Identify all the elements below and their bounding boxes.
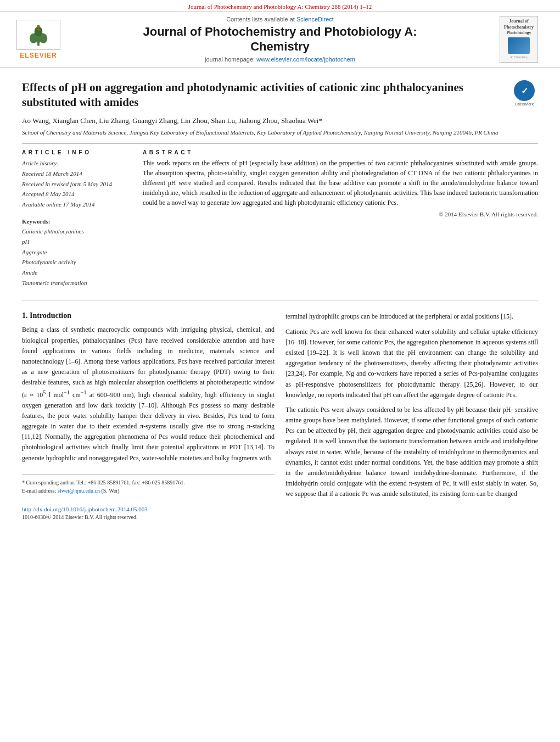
body-section: 1. Introduction Being a class of synthet… xyxy=(22,311,538,520)
divider-2 xyxy=(22,300,538,300)
intro-title: 1. Introduction xyxy=(22,311,275,320)
article-info-label: A R T I C L E I N F O xyxy=(22,149,132,155)
affiliation: School of Chemistry and Materials Scienc… xyxy=(22,129,538,137)
email-link[interactable]: slwei@njnu.edu.cn xyxy=(58,488,100,494)
keyword-2: pH xyxy=(22,237,132,247)
contents-available: Contents lists available at ScienceDirec… xyxy=(77,16,483,23)
journal-title-area: Contents lists available at ScienceDirec… xyxy=(66,16,494,63)
article-info-abstract: A R T I C L E I N F O Article history: R… xyxy=(22,149,538,294)
crossmark-area[interactable]: ✓ CrossMark xyxy=(511,80,538,106)
intro-paragraph-right-1: terminal hydrophilic groups can be intro… xyxy=(285,311,538,322)
bottom-copyright: 1010-6030/© 2014 Elsevier B.V. All right… xyxy=(22,514,275,520)
revised-date: Received in revised form 5 May 2014 xyxy=(22,179,132,189)
journal-title: Journal of Photochemistry and Photobiolo… xyxy=(77,25,483,54)
body-left-column: 1. Introduction Being a class of synthet… xyxy=(22,311,275,520)
divider-1 xyxy=(22,143,538,144)
abstract-section: A B S T R A C T This work reports on the… xyxy=(143,149,538,294)
main-content: Effects of pH on aggregation and photody… xyxy=(0,68,560,528)
keyword-3: Aggregate xyxy=(22,247,132,258)
intro-paragraph-right-2: Cationic Pcs are well known for their en… xyxy=(285,327,538,400)
history-label: Article history: xyxy=(22,158,132,169)
homepage-link[interactable]: www.elsevier.com/locate/jphotochem xyxy=(256,56,355,63)
accepted-date: Accepted 8 May 2014 xyxy=(22,189,132,199)
svg-point-5 xyxy=(37,25,40,27)
available-date: Available online 17 May 2014 xyxy=(22,199,132,210)
keyword-4: Photodynamic activity xyxy=(22,257,132,267)
received-date: Received 18 March 2014 xyxy=(22,169,132,179)
keywords-section: Keywords: Cationic phthalocyanines pH Ag… xyxy=(22,216,132,288)
body-right-column: terminal hydrophilic groups can be intro… xyxy=(285,311,538,520)
article-history: Article history: Received 18 March 2014 … xyxy=(22,158,132,209)
journal-thumbnail: Journal ofPhotochemistryPhotobiology A: … xyxy=(500,16,538,63)
intro-paragraph-right-3: The cationic Pcs were always considered … xyxy=(285,405,538,500)
elsevier-logo-area: ELSEVIER xyxy=(11,20,66,59)
journal-thumbnail-area: Journal ofPhotochemistryPhotobiology A: … xyxy=(494,16,544,63)
elsevier-tree-image xyxy=(16,20,60,50)
keyword-1: Cationic phthalocyanines xyxy=(22,226,132,237)
abstract-copyright: © 2014 Elsevier B.V. All rights reserved… xyxy=(143,211,538,217)
sciencedirect-link[interactable]: ScienceDirect xyxy=(296,16,334,23)
article-info-column: A R T I C L E I N F O Article history: R… xyxy=(22,149,132,294)
article-title-section: Effects of pH on aggregation and photody… xyxy=(22,80,538,110)
email-address: E-mail address: slwei@njnu.edu.cn (S. We… xyxy=(22,487,275,495)
footnote-area: * Corresponding author. Tel.: +86 025 85… xyxy=(22,475,275,520)
abstract-text: This work reports on the effects of pH (… xyxy=(143,158,538,208)
authors: Ao Wang, Xianglan Chen, Liu Zhang, Guang… xyxy=(22,116,538,126)
keyword-5: Amide xyxy=(22,267,132,278)
journal-homepage: journal homepage: www.elsevier.com/locat… xyxy=(77,56,483,63)
keywords-list: Cationic phthalocyanines pH Aggregate Ph… xyxy=(22,226,132,288)
journal-header: ELSEVIER Contents lists available at Sci… xyxy=(0,11,560,68)
doi-link[interactable]: http://dx.doi.org/10.1016/j.jphotochem.2… xyxy=(22,506,275,512)
abstract-label: A B S T R A C T xyxy=(143,149,538,155)
journal-reference: Journal of Photochemistry and Photobiolo… xyxy=(0,0,560,11)
corresponding-author: * Corresponding author. Tel.: +86 025 85… xyxy=(22,478,275,487)
intro-paragraph-1: Being a class of synthetic macrocyclic c… xyxy=(22,325,275,463)
crossmark-icon: ✓ xyxy=(514,80,535,101)
crossmark-label: CrossMark xyxy=(515,102,534,106)
keyword-6: Tautomeric transformation xyxy=(22,278,132,288)
article-title: Effects of pH on aggregation and photody… xyxy=(22,80,502,110)
elsevier-brand: ELSEVIER xyxy=(20,52,57,59)
keywords-label: Keywords: xyxy=(22,216,132,227)
